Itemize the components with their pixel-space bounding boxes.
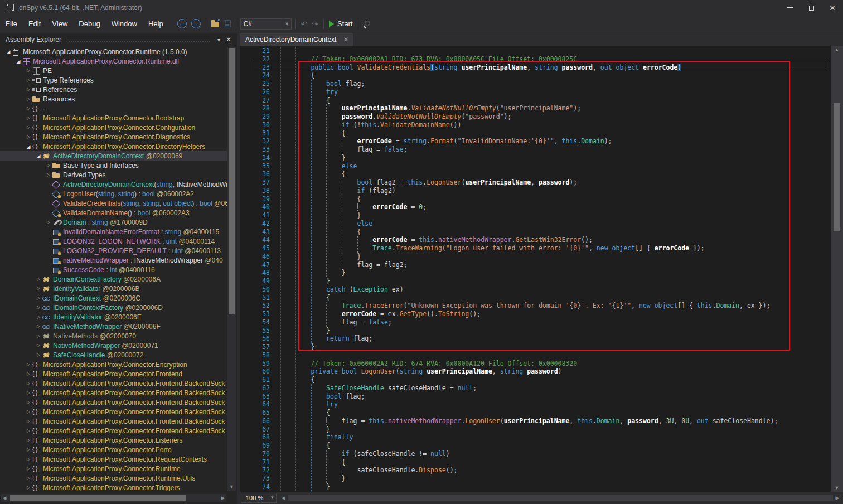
line-number[interactable]: 36	[240, 170, 270, 178]
line-number[interactable]: 24	[240, 71, 270, 80]
line-number[interactable]: 39	[240, 195, 270, 203]
tree-item[interactable]: ▷Microsoft.ApplicationProxy.Connector.Li…	[0, 435, 227, 445]
tree-item[interactable]: ▷Microsoft.ApplicationProxy.Connector.Re…	[0, 454, 227, 464]
expanded-arrow-icon[interactable]: ◢	[35, 153, 42, 159]
line-number[interactable]: 37	[240, 178, 270, 187]
tree-item[interactable]: ▷IIdentityValidator @0200006E	[0, 312, 227, 322]
code-line-61[interactable]: 61{	[240, 376, 831, 384]
redo-button[interactable]: ↷	[309, 17, 321, 31]
code-line-72[interactable]: 72safeCloseHandle.Dispose();	[240, 466, 831, 474]
collapsed-arrow-icon[interactable]: ▷	[35, 305, 42, 310]
line-number[interactable]: 40	[240, 203, 270, 211]
code-line-63[interactable]: 63bool flag;	[240, 392, 831, 401]
collapsed-arrow-icon[interactable]: ▷	[25, 485, 32, 490]
collapsed-arrow-icon[interactable]: ▷	[45, 163, 52, 168]
collapsed-arrow-icon[interactable]: ▷	[25, 125, 32, 130]
tree-item[interactable]: ▷Microsoft.ApplicationProxy.Connector.Fr…	[0, 388, 227, 398]
scrollbar-thumb[interactable]	[834, 103, 840, 231]
line-number[interactable]: 61	[240, 376, 270, 384]
scrollbar-thumb[interactable]	[10, 495, 186, 501]
editor-horizontal-scrollbar[interactable]: ◀ ▶	[280, 494, 841, 502]
collapsed-arrow-icon[interactable]: ▷	[25, 457, 32, 462]
code-line-62[interactable]: 62SafeCloseHandle safeCloseHandle = null…	[240, 384, 831, 392]
line-number[interactable]: 50	[240, 285, 270, 294]
menu-file[interactable]: File	[0, 17, 23, 31]
collapsed-arrow-icon[interactable]: ▷	[45, 220, 52, 225]
language-selector[interactable]: C# ▼	[240, 18, 292, 30]
tree-item[interactable]: ▷NativeMethods @02000070	[0, 331, 227, 341]
tree-item[interactable]: InvalidDomainNameErrorFormat : string @0…	[0, 227, 227, 236]
collapsed-arrow-icon[interactable]: ▷	[25, 438, 32, 443]
scroll-left-arrow[interactable]: ◀	[280, 494, 287, 502]
collapsed-arrow-icon[interactable]: ▷	[25, 134, 32, 139]
line-number[interactable]: 38	[240, 187, 270, 195]
menu-view[interactable]: View	[46, 17, 73, 31]
tree-item[interactable]: ◢Microsoft.ApplicationProxy.Connector.Di…	[0, 142, 227, 151]
code-line-60[interactable]: 60private bool LogonUser(string userPrin…	[240, 367, 831, 376]
collapsed-arrow-icon[interactable]: ▷	[25, 87, 32, 92]
line-number[interactable]: 49	[240, 277, 270, 285]
navigate-back-button[interactable]: ←	[175, 17, 189, 31]
line-number[interactable]: 56	[240, 335, 270, 343]
tree-vertical-scrollbar[interactable]: ▼	[227, 47, 236, 491]
tree-item[interactable]: LOGON32_PROVIDER_DEFAULT : uint @0400011…	[0, 246, 227, 255]
menu-window[interactable]: Window	[106, 17, 143, 31]
code-line-71[interactable]: 71{	[240, 458, 831, 467]
scroll-left-arrow[interactable]: ◀	[1, 494, 8, 502]
menu-edit[interactable]: Edit	[23, 17, 46, 31]
line-number[interactable]: 73	[240, 474, 270, 483]
line-number[interactable]: 21	[240, 47, 270, 55]
code-line-73[interactable]: 73}	[240, 474, 831, 483]
tree-item[interactable]: ValidateCredentials(string, string, out …	[0, 198, 227, 208]
chevron-down-icon[interactable]: ▼	[283, 19, 291, 29]
code-line-21[interactable]: 21	[240, 47, 831, 55]
collapsed-arrow-icon[interactable]: ▷	[25, 428, 32, 433]
panel-close-button[interactable]: ✕	[224, 36, 234, 43]
scroll-right-arrow[interactable]: ▶	[834, 494, 841, 502]
tree-item[interactable]: nativeMethodWrapper : INativeMethodWrapp…	[0, 255, 227, 265]
collapsed-arrow-icon[interactable]: ▷	[25, 77, 32, 83]
scroll-down-arrow[interactable]: ▼	[227, 484, 236, 490]
line-number[interactable]: 46	[240, 253, 270, 261]
scrollbar-thumb[interactable]	[288, 495, 833, 501]
line-number[interactable]: 44	[240, 236, 270, 244]
collapsed-arrow-icon[interactable]: ▷	[45, 172, 52, 177]
line-number[interactable]: 30	[240, 121, 270, 129]
tree-item[interactable]: ▷IDomainContext @0200006C	[0, 293, 227, 303]
tree-item[interactable]: ActiveDirectoryDomainContext(string, INa…	[0, 180, 227, 189]
tree-item[interactable]: ◢Microsoft.ApplicationProxy.Connector.Ru…	[0, 47, 227, 56]
line-number[interactable]: 63	[240, 392, 270, 401]
code-line-65[interactable]: 65{	[240, 409, 831, 417]
panel-drag-texture[interactable]	[66, 37, 210, 42]
line-number[interactable]: 42	[240, 220, 270, 228]
collapsed-arrow-icon[interactable]: ▷	[25, 390, 32, 395]
line-number[interactable]: 25	[240, 80, 270, 88]
collapsed-arrow-icon[interactable]: ▷	[25, 476, 32, 481]
line-number[interactable]: 41	[240, 211, 270, 220]
tree-item[interactable]: ▷DomainContextFactory @0200006A	[0, 274, 227, 284]
code-line-67[interactable]: 67}	[240, 425, 831, 434]
tree-item[interactable]: ▷INativeMethodWrapper @0200006F	[0, 322, 227, 331]
code-line-69[interactable]: 69{	[240, 442, 831, 450]
line-number[interactable]: 71	[240, 458, 270, 467]
line-number[interactable]: 34	[240, 154, 270, 162]
line-number[interactable]: 51	[240, 294, 270, 302]
chevron-down-icon[interactable]: ▼	[268, 493, 276, 502]
collapsed-arrow-icon[interactable]: ▷	[35, 277, 42, 282]
tree-item[interactable]: ◢Microsoft.ApplicationProxy.Connector.Ru…	[0, 56, 227, 66]
tree-horizontal-scrollbar[interactable]: ◀ ▶	[1, 494, 226, 502]
line-number[interactable]: 28	[240, 104, 270, 113]
expanded-arrow-icon[interactable]: ◢	[4, 49, 12, 55]
tree-item[interactable]: ▷Microsoft.ApplicationProxy.Connector.Fr…	[0, 369, 227, 379]
scroll-up-arrow[interactable]: ▲	[831, 47, 843, 52]
start-debug-button[interactable]: Start	[327, 17, 355, 31]
search-button[interactable]	[361, 17, 374, 31]
expanded-arrow-icon[interactable]: ◢	[25, 144, 32, 149]
collapsed-arrow-icon[interactable]: ▷	[25, 362, 32, 367]
close-button[interactable]: ✕	[822, 0, 843, 16]
save-button[interactable]	[221, 17, 233, 31]
line-number[interactable]: 74	[240, 483, 270, 491]
editor-vertical-scrollbar[interactable]: ▲ ▼	[831, 46, 843, 492]
collapsed-arrow-icon[interactable]: ▷	[25, 447, 32, 452]
tree-item[interactable]: ▷Microsoft.ApplicationProxy.Connector.Fr…	[0, 416, 227, 426]
